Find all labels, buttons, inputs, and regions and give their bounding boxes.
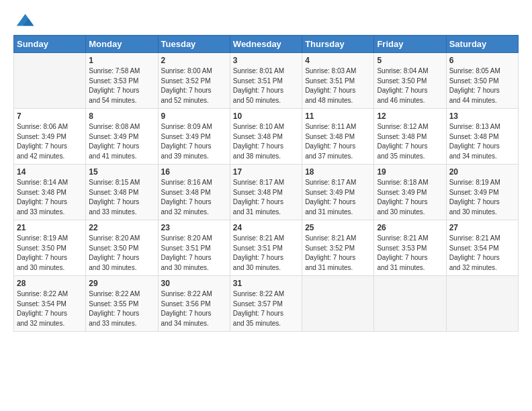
cell-info: Sunrise: 8:06 AM Sunset: 3:49 PM Dayligh… <box>17 122 83 161</box>
day-number: 28 <box>17 279 83 288</box>
day-number: 20 <box>449 167 515 177</box>
calendar-cell: 8Sunrise: 8:08 AM Sunset: 3:49 PM Daylig… <box>86 109 158 165</box>
calendar-week-1: 1Sunrise: 7:58 AM Sunset: 3:53 PM Daylig… <box>14 53 519 109</box>
day-number: 29 <box>89 279 154 288</box>
day-number: 2 <box>161 56 227 65</box>
cell-info: Sunrise: 8:18 AM Sunset: 3:49 PM Dayligh… <box>377 178 443 217</box>
cell-info: Sunrise: 8:20 AM Sunset: 3:51 PM Dayligh… <box>161 234 227 273</box>
day-number: 9 <box>161 111 227 121</box>
header-cell-wednesday: Wednesday <box>230 36 302 53</box>
calendar-cell: 22Sunrise: 8:20 AM Sunset: 3:50 PM Dayli… <box>86 220 158 276</box>
day-number: 18 <box>305 167 371 177</box>
day-number: 14 <box>17 167 83 177</box>
calendar-header: SundayMondayTuesdayWednesdayThursdayFrid… <box>14 36 519 53</box>
cell-info: Sunrise: 8:08 AM Sunset: 3:49 PM Dayligh… <box>89 122 154 161</box>
cell-info: Sunrise: 8:03 AM Sunset: 3:51 PM Dayligh… <box>305 66 371 105</box>
cell-info: Sunrise: 8:15 AM Sunset: 3:48 PM Dayligh… <box>89 178 154 217</box>
header-row: SundayMondayTuesdayWednesdayThursdayFrid… <box>14 36 519 53</box>
cell-info: Sunrise: 8:13 AM Sunset: 3:48 PM Dayligh… <box>449 122 515 161</box>
calendar-cell <box>374 276 446 332</box>
calendar-week-3: 14Sunrise: 8:14 AM Sunset: 3:48 PM Dayli… <box>14 165 519 220</box>
cell-info: Sunrise: 8:09 AM Sunset: 3:49 PM Dayligh… <box>161 122 227 161</box>
day-number: 21 <box>17 223 83 232</box>
calendar-cell: 25Sunrise: 8:21 AM Sunset: 3:52 PM Dayli… <box>302 220 374 276</box>
calendar-cell: 7Sunrise: 8:06 AM Sunset: 3:49 PM Daylig… <box>14 109 86 165</box>
header-cell-thursday: Thursday <box>302 36 374 53</box>
calendar-cell: 17Sunrise: 8:17 AM Sunset: 3:48 PM Dayli… <box>230 165 302 220</box>
calendar-cell: 30Sunrise: 8:22 AM Sunset: 3:56 PM Dayli… <box>158 276 230 332</box>
day-number: 15 <box>89 167 154 177</box>
calendar-cell: 10Sunrise: 8:10 AM Sunset: 3:48 PM Dayli… <box>230 109 302 165</box>
day-number: 4 <box>305 56 371 65</box>
calendar-cell <box>14 53 86 109</box>
day-number: 31 <box>233 279 299 288</box>
logo-icon <box>13 11 35 32</box>
cell-info: Sunrise: 8:05 AM Sunset: 3:50 PM Dayligh… <box>449 66 515 105</box>
header-cell-tuesday: Tuesday <box>158 36 230 53</box>
cell-info: Sunrise: 8:20 AM Sunset: 3:50 PM Dayligh… <box>89 234 154 273</box>
calendar-cell: 20Sunrise: 8:19 AM Sunset: 3:49 PM Dayli… <box>446 165 518 220</box>
day-number: 23 <box>161 223 227 232</box>
cell-info: Sunrise: 8:19 AM Sunset: 3:50 PM Dayligh… <box>17 234 83 273</box>
cell-info: Sunrise: 8:21 AM Sunset: 3:54 PM Dayligh… <box>449 234 515 273</box>
calendar-table: SundayMondayTuesdayWednesdayThursdayFrid… <box>13 35 519 332</box>
calendar-cell: 29Sunrise: 8:22 AM Sunset: 3:55 PM Dayli… <box>86 276 158 332</box>
day-number: 10 <box>233 111 299 121</box>
header <box>13 11 519 32</box>
day-number: 8 <box>89 111 154 121</box>
calendar-cell: 3Sunrise: 8:01 AM Sunset: 3:51 PM Daylig… <box>230 53 302 109</box>
calendar-cell: 12Sunrise: 8:12 AM Sunset: 3:48 PM Dayli… <box>374 109 446 165</box>
day-number: 17 <box>233 167 299 177</box>
logo <box>13 11 38 32</box>
day-number: 27 <box>449 223 515 232</box>
cell-info: Sunrise: 8:22 AM Sunset: 3:57 PM Dayligh… <box>233 289 299 328</box>
calendar-cell: 9Sunrise: 8:09 AM Sunset: 3:49 PM Daylig… <box>158 109 230 165</box>
day-number: 5 <box>377 56 443 65</box>
day-number: 1 <box>89 56 154 65</box>
calendar-cell: 26Sunrise: 8:21 AM Sunset: 3:53 PM Dayli… <box>374 220 446 276</box>
day-number: 30 <box>161 279 227 288</box>
cell-info: Sunrise: 8:22 AM Sunset: 3:56 PM Dayligh… <box>161 289 227 328</box>
cell-info: Sunrise: 8:17 AM Sunset: 3:49 PM Dayligh… <box>305 178 371 217</box>
day-number: 7 <box>17 111 83 121</box>
cell-info: Sunrise: 8:17 AM Sunset: 3:48 PM Dayligh… <box>233 178 299 217</box>
calendar-cell: 24Sunrise: 8:21 AM Sunset: 3:51 PM Dayli… <box>230 220 302 276</box>
day-number: 16 <box>161 167 227 177</box>
cell-info: Sunrise: 8:21 AM Sunset: 3:52 PM Dayligh… <box>305 234 371 273</box>
cell-info: Sunrise: 8:19 AM Sunset: 3:49 PM Dayligh… <box>449 178 515 217</box>
calendar-cell: 16Sunrise: 8:16 AM Sunset: 3:48 PM Dayli… <box>158 165 230 220</box>
calendar-cell <box>446 276 518 332</box>
day-number: 26 <box>377 223 443 232</box>
day-number: 11 <box>305 111 371 121</box>
day-number: 19 <box>377 167 443 177</box>
calendar-cell: 28Sunrise: 8:22 AM Sunset: 3:54 PM Dayli… <box>14 276 86 332</box>
calendar-cell: 11Sunrise: 8:11 AM Sunset: 3:48 PM Dayli… <box>302 109 374 165</box>
calendar-week-4: 21Sunrise: 8:19 AM Sunset: 3:50 PM Dayli… <box>14 220 519 276</box>
calendar-cell <box>302 276 374 332</box>
calendar-cell: 18Sunrise: 8:17 AM Sunset: 3:49 PM Dayli… <box>302 165 374 220</box>
calendar-cell: 15Sunrise: 8:15 AM Sunset: 3:48 PM Dayli… <box>86 165 158 220</box>
cell-info: Sunrise: 8:04 AM Sunset: 3:50 PM Dayligh… <box>377 66 443 105</box>
calendar-cell: 19Sunrise: 8:18 AM Sunset: 3:49 PM Dayli… <box>374 165 446 220</box>
calendar-cell: 6Sunrise: 8:05 AM Sunset: 3:50 PM Daylig… <box>446 53 518 109</box>
header-cell-saturday: Saturday <box>446 36 518 53</box>
cell-info: Sunrise: 8:16 AM Sunset: 3:48 PM Dayligh… <box>161 178 227 217</box>
calendar-cell: 13Sunrise: 8:13 AM Sunset: 3:48 PM Dayli… <box>446 109 518 165</box>
cell-info: Sunrise: 8:12 AM Sunset: 3:48 PM Dayligh… <box>377 122 443 161</box>
cell-info: Sunrise: 8:01 AM Sunset: 3:51 PM Dayligh… <box>233 66 299 105</box>
cell-info: Sunrise: 8:11 AM Sunset: 3:48 PM Dayligh… <box>305 122 371 161</box>
day-number: 3 <box>233 56 299 65</box>
cell-info: Sunrise: 7:58 AM Sunset: 3:53 PM Dayligh… <box>89 66 154 105</box>
cell-info: Sunrise: 8:10 AM Sunset: 3:48 PM Dayligh… <box>233 122 299 161</box>
day-number: 25 <box>305 223 371 232</box>
calendar-week-5: 28Sunrise: 8:22 AM Sunset: 3:54 PM Dayli… <box>14 276 519 332</box>
calendar-cell: 5Sunrise: 8:04 AM Sunset: 3:50 PM Daylig… <box>374 53 446 109</box>
header-cell-monday: Monday <box>86 36 158 53</box>
calendar-week-2: 7Sunrise: 8:06 AM Sunset: 3:49 PM Daylig… <box>14 109 519 165</box>
day-number: 6 <box>449 56 515 65</box>
calendar-cell: 14Sunrise: 8:14 AM Sunset: 3:48 PM Dayli… <box>14 165 86 220</box>
cell-info: Sunrise: 8:22 AM Sunset: 3:55 PM Dayligh… <box>89 289 154 328</box>
day-number: 13 <box>449 111 515 121</box>
calendar-cell: 21Sunrise: 8:19 AM Sunset: 3:50 PM Dayli… <box>14 220 86 276</box>
header-cell-sunday: Sunday <box>14 36 86 53</box>
